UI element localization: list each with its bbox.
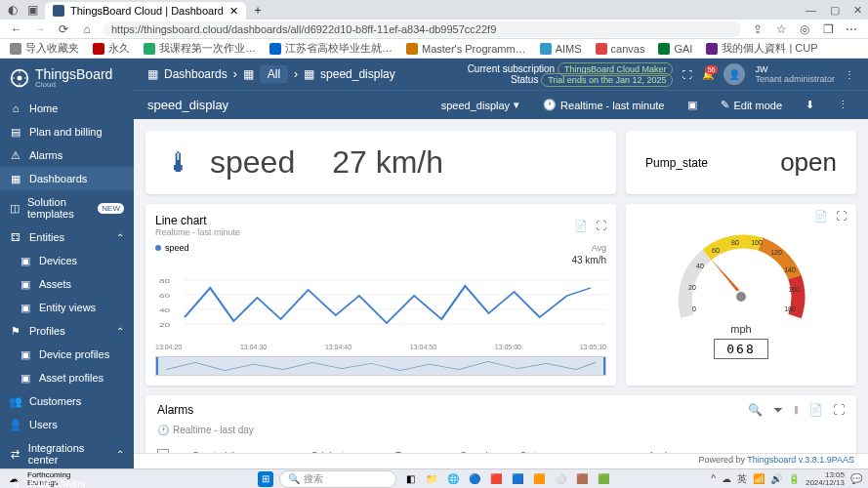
avatar[interactable]: 👤 [723,63,745,85]
close-window-icon[interactable]: ✕ [853,4,862,17]
bookmark-item[interactable]: 江苏省高校毕业生就… [269,41,393,56]
ime-icon[interactable]: 英 [737,472,747,486]
sidebar-item-rule-chains[interactable]: ⎌Rule chains [0,471,134,488]
bookmark-item[interactable]: canvas [596,43,645,55]
notification-center-icon[interactable]: 💬 [850,473,862,484]
taskbar-search[interactable]: 🔍搜索 [279,470,396,488]
chrome-icon[interactable]: 🔵 [467,471,482,487]
app-icon[interactable]: ⚪ [553,471,568,487]
crumb-all[interactable]: All [260,65,288,83]
sidebar-item-device-profiles[interactable]: ▣Device profiles [0,343,134,366]
kebab-icon[interactable]: ⋮ [845,69,854,80]
alarms-timewindow[interactable]: Realtime - last day [173,425,254,435]
minimize-icon[interactable]: — [806,4,816,17]
app-icon[interactable]: 🟧 [531,471,547,487]
app-icon[interactable]: 🟩 [596,471,611,487]
tabgroup-icon[interactable]: ▣ [25,3,39,17]
wifi-icon[interactable]: 📶 [753,473,765,484]
col-severity[interactable]: Severity [450,443,508,453]
gauge-fullscreen-icon[interactable]: ⛶ [836,210,847,223]
sidebar-item-dashboards[interactable]: ▦Dashboards [0,167,134,190]
extensions-icon[interactable]: ❐ [821,22,835,36]
gauge-export-icon[interactable]: 📄 [814,210,828,223]
maximize-icon[interactable]: ▢ [830,4,840,17]
col-assignee[interactable]: Assignee [639,443,750,453]
menu-icon[interactable]: ⋯ [845,22,858,36]
taskview-icon[interactable]: ◧ [402,471,418,487]
state-select[interactable]: speed_display ▾ [435,96,525,114]
sidebar-item-solution-templates[interactable]: ◫Solution templatesNEW [0,190,134,225]
col-created[interactable]: Created time ↓ [183,443,299,453]
sidebar-item-asset-profiles[interactable]: ▣Asset profiles [0,366,134,389]
user-icon: 👤 [728,69,740,80]
share-icon[interactable]: ⇪ [751,22,765,36]
crumb-dashboards[interactable]: Dashboards [164,67,227,81]
columns-icon[interactable]: ⦀ [794,403,799,417]
app-icon[interactable]: 🟥 [488,471,504,487]
bookmark-item[interactable]: 我的個人資料 | CUP [706,41,817,56]
sidebar-item-alarms[interactable]: ⚠Alarms [0,143,134,167]
sidebar-item-entities[interactable]: ⚃Entities⌃ [0,225,134,249]
sidebar-item-assets[interactable]: ▣Assets [0,272,134,296]
chart-fullscreen-icon[interactable]: ⛶ [596,220,606,232]
sidebar-item-plan-and-billing[interactable]: ▤Plan and billing [0,120,134,143]
reload-icon[interactable]: ⟳ [57,22,70,36]
browser-tab[interactable]: ThingsBoard Cloud | Dashboard ✕ [45,2,246,20]
tray-icon[interactable]: ☁ [722,473,731,484]
nav-icon: ▤ [10,126,21,138]
col-originator[interactable]: Originator [301,443,384,453]
bookmark-item[interactable]: GAI [658,43,692,55]
battery-icon[interactable]: 🔋 [788,473,800,484]
col-status[interactable]: Status [511,443,637,453]
sidebar-item-label: Assets [39,278,71,290]
bookmark-item[interactable]: AIMS [540,43,582,55]
close-tab-icon[interactable]: ✕ [229,5,238,18]
sidebar-item-devices[interactable]: ▣Devices [0,249,134,272]
edge-icon[interactable]: 🌐 [445,471,461,487]
back-icon[interactable]: ← [10,22,23,36]
profile-icon[interactable]: ◐ [6,3,20,17]
lens-icon[interactable]: ◎ [798,22,811,36]
bookmark-item[interactable]: Master's Programm… [406,43,526,55]
bookmark-item[interactable]: 我课程第一次作业… [144,41,256,56]
bookmark-item[interactable]: 永久 [93,41,130,56]
more-button[interactable]: ⋮ [832,96,854,114]
clock-date[interactable]: 2024/12/13 [806,479,845,487]
home-icon[interactable]: ⌂ [80,22,94,36]
new-tab-icon[interactable]: ＋ [252,2,264,19]
bookmark-icon[interactable]: ☆ [774,22,788,36]
filter-button[interactable]: ▣ [682,96,703,114]
tray-chevron-icon[interactable]: ^ [711,473,716,484]
sidebar-item-home[interactable]: ⌂Home [0,97,134,120]
sidebar-item-users[interactable]: 👤Users [0,413,134,436]
chart-export-icon[interactable]: 📄 [574,220,588,232]
export-button[interactable]: ⬇ [800,96,820,114]
sidebar-item-customers[interactable]: 👥Customers [0,389,134,413]
timewindow-button[interactable]: 🕐 Realtime - last minute [537,96,670,114]
app-icon[interactable]: 🟦 [510,471,525,487]
fullscreen-icon[interactable]: ⛶ [682,69,692,80]
sidebar-item-label: Device profiles [39,348,109,360]
filter-icon[interactable]: ⏷ [772,403,784,417]
start-icon[interactable]: ⊞ [258,471,273,487]
footer-link[interactable]: Thingsboard v.3.8.1.9PAAS [747,455,854,465]
edit-mode-button[interactable]: ✎ Edit mode [715,96,788,114]
notifications-button[interactable]: 🔔 56 [702,69,714,80]
volume-icon[interactable]: 🔊 [770,473,782,484]
address-bar[interactable]: https://thingsboard.cloud/dashboards/all… [103,21,741,37]
sidebar-item-profiles[interactable]: ⚑Profiles⌃ [0,319,134,343]
dashboard-titlebar: speed_display speed_display ▾ 🕐 Realtime… [134,90,868,119]
svg-text:40: 40 [159,308,171,314]
bookmark-item[interactable]: 导入收藏夹 [10,41,79,56]
export-icon[interactable]: 📄 [808,403,823,417]
forward-icon[interactable]: → [33,22,47,36]
logo[interactable]: ThingsBoard Cloud [0,59,134,97]
app-icon[interactable]: 🟫 [574,471,590,487]
sidebar-item-entity-views[interactable]: ▣Entity views [0,296,134,319]
fullscreen-icon[interactable]: ⛶ [833,403,845,417]
explorer-icon[interactable]: 📁 [424,471,439,487]
search-icon[interactable]: 🔍 [748,403,763,417]
chart-brush[interactable] [155,356,606,376]
sidebar-item-integrations-center[interactable]: ⇄Integrations center⌃ [0,436,134,471]
col-type[interactable]: Type [386,443,448,453]
